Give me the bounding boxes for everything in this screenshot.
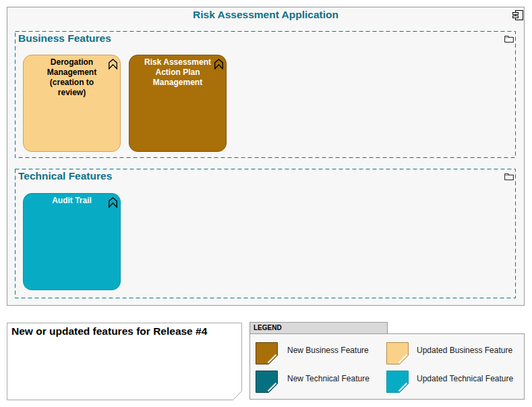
note-text: New or updated features for Release #4	[11, 325, 234, 337]
feature-label: Derogation Management (creation to revie…	[47, 57, 96, 97]
legend-label-new-technical: New Technical Feature	[287, 374, 370, 383]
component-icon	[512, 10, 524, 20]
legend-swatch-new-technical	[256, 371, 278, 393]
application-title: Risk Assessment Application	[7, 9, 525, 21]
folder-icon	[504, 173, 514, 180]
feature-derogation-management[interactable]: Derogation Management (creation to revie…	[23, 55, 121, 152]
folder-icon	[504, 36, 514, 43]
legend-swatch-updated-technical	[386, 371, 409, 393]
bookmark-icon	[214, 59, 223, 70]
group-business-features: Business Features Derogation Management …	[15, 31, 516, 158]
feature-label: Audit Trail	[52, 196, 92, 205]
bookmark-icon	[109, 197, 117, 208]
feature-label: Risk Assessment Action Plan Management	[144, 57, 211, 87]
group-business-label: Business Features	[18, 32, 111, 45]
legend-label-updated-business: Updated Business Feature	[417, 346, 512, 355]
legend-swatch-new-business	[256, 342, 278, 364]
legend-header: LEGEND	[249, 322, 388, 334]
legend-label-updated-technical: Updated Technical Feature	[417, 374, 513, 383]
legend-title: LEGEND	[254, 324, 282, 331]
bookmark-icon	[109, 59, 117, 70]
feature-audit-trail[interactable]: Audit Trail	[23, 193, 121, 290]
group-technical-label: Technical Features	[18, 170, 112, 182]
feature-risk-assessment-action-plan[interactable]: Risk Assessment Action Plan Management	[129, 55, 227, 152]
group-technical-features: Technical Features Audit Trail	[15, 169, 516, 298]
legend-swatch-updated-business	[386, 342, 409, 364]
legend-label-new-business: New Business Feature	[287, 346, 369, 355]
